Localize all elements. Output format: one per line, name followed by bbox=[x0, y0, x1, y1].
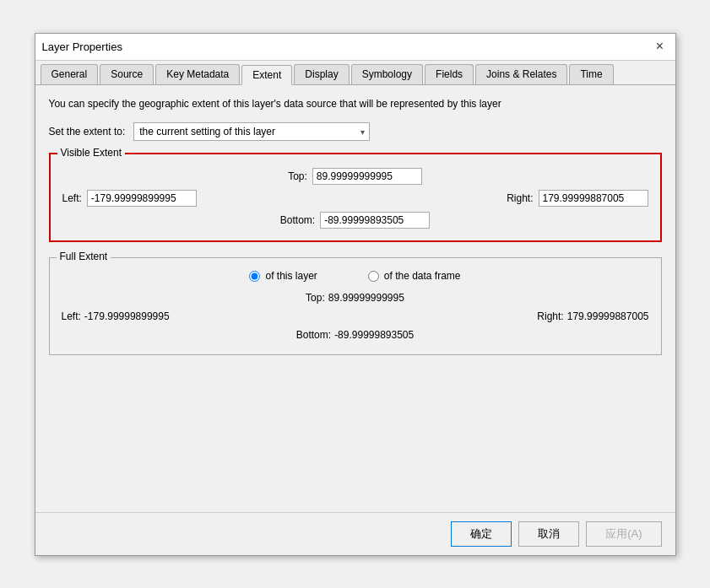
full-bottom-label: Bottom: bbox=[296, 329, 331, 341]
full-extent-section: Full Extent of this layer of the data fr… bbox=[49, 257, 662, 355]
radio-this-layer-input[interactable] bbox=[249, 271, 260, 282]
tab-fields[interactable]: Fields bbox=[425, 64, 474, 84]
radio-data-frame-label: of the data frame bbox=[384, 270, 461, 282]
radio-data-frame[interactable]: of the data frame bbox=[368, 270, 461, 282]
tab-time[interactable]: Time bbox=[569, 64, 613, 84]
close-button[interactable]: × bbox=[652, 38, 669, 55]
dialog-footer: 确定 取消 应用(A) bbox=[35, 512, 675, 555]
visible-extent-section: Visible Extent Top: Left: Right: bbox=[49, 153, 662, 242]
full-bottom-value: -89.99999893505 bbox=[334, 329, 414, 341]
confirm-button[interactable]: 确定 bbox=[451, 521, 512, 547]
full-top-value: 89.99999999995 bbox=[328, 292, 404, 304]
tab-key-metadata[interactable]: Key Metadata bbox=[155, 64, 240, 84]
extent-dropdown-wrapper[interactable]: the current setting of this layer ▾ bbox=[133, 122, 370, 141]
radio-this-layer-label: of this layer bbox=[265, 270, 317, 282]
tab-bar: General Source Key Metadata Extent Displ… bbox=[35, 61, 675, 85]
full-left-value: -179.99999899995 bbox=[84, 310, 170, 322]
tab-general[interactable]: General bbox=[41, 64, 99, 84]
set-extent-row: Set the extent to: the current setting o… bbox=[49, 122, 662, 141]
visible-top-label: Top: bbox=[288, 170, 307, 182]
full-extent-label: Full Extent bbox=[57, 251, 111, 262]
visible-extent-label: Visible Extent bbox=[57, 147, 126, 159]
radio-row: of this layer of the data frame bbox=[62, 270, 649, 282]
visible-left-label: Left: bbox=[62, 192, 82, 204]
visible-right-input[interactable] bbox=[539, 190, 648, 207]
content-area: You can specify the geographic extent of… bbox=[35, 85, 675, 512]
visible-bottom-input[interactable] bbox=[320, 212, 430, 229]
tab-joins-relates[interactable]: Joins & Relates bbox=[475, 64, 567, 84]
full-top-label: Top: bbox=[306, 292, 325, 304]
extent-dropdown[interactable]: the current setting of this layer bbox=[133, 122, 370, 141]
visible-right-label: Right: bbox=[507, 192, 533, 204]
dialog-title: Layer Properties bbox=[42, 40, 122, 53]
visible-top-input[interactable] bbox=[312, 168, 422, 185]
layer-properties-dialog: Layer Properties × General Source Key Me… bbox=[35, 33, 676, 556]
visible-left-input[interactable] bbox=[87, 190, 197, 207]
description-text: You can specify the geographic extent of… bbox=[49, 97, 662, 111]
title-bar: Layer Properties × bbox=[35, 34, 675, 61]
tab-display[interactable]: Display bbox=[294, 64, 349, 84]
full-left-label: Left: bbox=[62, 310, 81, 322]
radio-data-frame-input[interactable] bbox=[368, 271, 379, 282]
visible-bottom-label: Bottom: bbox=[280, 214, 315, 226]
radio-this-layer[interactable]: of this layer bbox=[249, 270, 317, 282]
full-right-label: Right: bbox=[537, 310, 563, 322]
full-right-value: 179.99999887005 bbox=[567, 310, 649, 322]
apply-button[interactable]: 应用(A) bbox=[586, 521, 661, 547]
set-extent-label: Set the extent to: bbox=[49, 126, 126, 138]
tab-symbology[interactable]: Symbology bbox=[351, 64, 423, 84]
tab-source[interactable]: Source bbox=[100, 64, 154, 84]
tab-extent[interactable]: Extent bbox=[241, 65, 292, 85]
cancel-button[interactable]: 取消 bbox=[518, 521, 579, 547]
